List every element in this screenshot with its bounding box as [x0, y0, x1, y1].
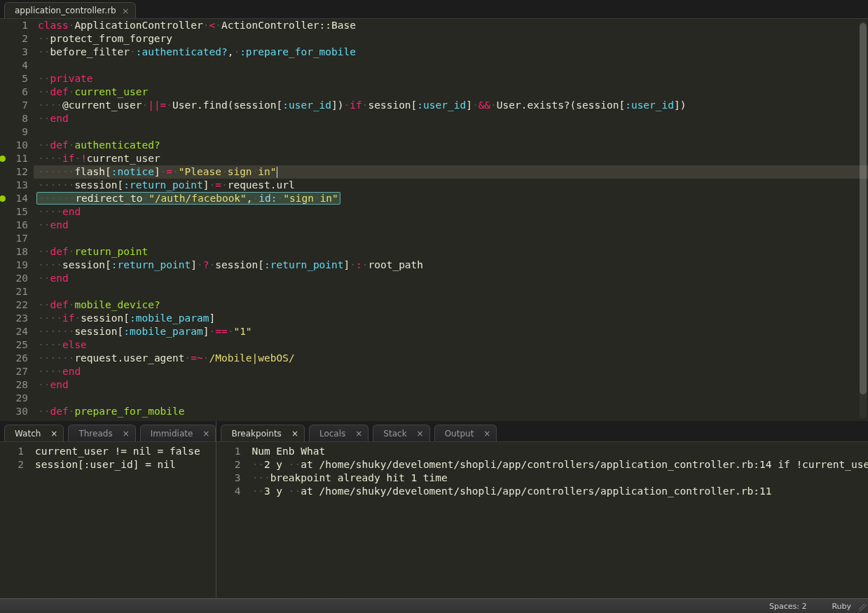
file-tab[interactable]: application_controller.rb × — [4, 2, 136, 18]
breakpoint-gutter: 1234 — [216, 442, 247, 598]
code-line[interactable]: class·ApplicationController·<·ActionCont… — [34, 19, 868, 32]
debug-tab[interactable]: Stack× — [373, 425, 429, 441]
code-body[interactable]: class·ApplicationController·<·ActionCont… — [34, 19, 868, 421]
line-gutter: 1234567891011121314151617181920212223242… — [0, 19, 34, 421]
breakpoint-line[interactable]: Num Enb What — [252, 445, 868, 458]
code-line[interactable]: ··def·prepare_for_mobile — [34, 405, 868, 418]
close-icon[interactable]: × — [122, 6, 130, 16]
breakpoint-body[interactable]: Num Enb What··2 y ··at /home/shuky/devel… — [247, 442, 868, 598]
debug-area: Watch×Threads×Immidiate× 12 current_user… — [0, 421, 868, 598]
code-line[interactable]: ····else — [34, 338, 868, 352]
debug-right-tabbar: Breakpoints×Locals×Stack×Output× — [216, 421, 868, 442]
tab-label: Watch — [15, 429, 41, 439]
code-line[interactable]: ······request.user_agent·=~·/Mobile|webO… — [34, 352, 868, 365]
code-editor[interactable]: 1234567891011121314151617181920212223242… — [0, 19, 868, 421]
code-line[interactable] — [34, 392, 868, 405]
breakpoint-line[interactable]: ···breakpoint already hit 1 time — [252, 471, 868, 485]
debug-panel-right: Breakpoints×Locals×Stack×Output× 1234 Nu… — [216, 421, 868, 598]
code-line[interactable]: ··before_filter·:authenticated?,·:prepar… — [34, 46, 868, 59]
editor-scroll-thumb[interactable] — [860, 23, 867, 394]
code-line[interactable]: ······redirect_to·"/auth/facebook",·id:·… — [34, 192, 868, 205]
code-line[interactable]: ····if·!current_user — [34, 152, 868, 165]
close-icon[interactable]: × — [355, 429, 362, 439]
debug-left-tabbar: Watch×Threads×Immidiate× — [0, 421, 216, 442]
code-line[interactable]: ··end — [34, 378, 868, 392]
debug-left-body: 12 current_user != nil = falsesession[:u… — [0, 442, 216, 598]
tab-label: Output — [445, 429, 474, 439]
breakpoint-line[interactable]: ··3 y ··at /home/shuky/develoment/shopli… — [252, 485, 868, 498]
code-line[interactable]: ··def·authenticated? — [34, 139, 868, 152]
code-line[interactable]: ··def·mobile_device? — [34, 298, 868, 312]
file-tab-label: application_controller.rb — [15, 6, 116, 15]
close-icon[interactable]: × — [417, 429, 424, 439]
close-icon[interactable]: × — [483, 429, 490, 439]
close-icon[interactable]: × — [291, 429, 298, 439]
tab-label: Immidiate — [151, 429, 193, 439]
code-line[interactable]: ····if·session[:mobile_param] — [34, 312, 868, 325]
code-line[interactable]: ····@current_user·||=·User.find(session[… — [34, 99, 868, 112]
debug-tab[interactable]: Output× — [434, 425, 497, 441]
debug-panel-left: Watch×Threads×Immidiate× 12 current_user… — [0, 421, 216, 598]
code-line[interactable] — [34, 125, 868, 139]
close-icon[interactable]: × — [50, 429, 57, 439]
tab-label: Stack — [383, 429, 406, 439]
code-line[interactable]: ··def·return_point — [34, 245, 868, 259]
watch-line[interactable]: current_user != nil = false — [35, 445, 216, 458]
code-line[interactable]: ··end — [34, 112, 868, 125]
code-line[interactable]: ····session[:return_point]·?·session[:re… — [34, 259, 868, 272]
code-line[interactable]: ····end — [34, 205, 868, 219]
tab-label: Threads — [78, 429, 112, 439]
code-line[interactable]: ··private — [34, 72, 868, 85]
status-spaces[interactable]: Spaces: 2 — [769, 602, 806, 611]
breakpoint-line[interactable]: ··2 y ··at /home/shuky/develoment/shopli… — [252, 458, 868, 471]
close-icon[interactable]: × — [123, 429, 130, 439]
code-line[interactable] — [34, 59, 868, 72]
code-line[interactable]: ··protect_from_forgery — [34, 32, 868, 46]
code-line[interactable] — [34, 232, 868, 245]
watch-gutter: 12 — [0, 442, 31, 598]
code-line[interactable]: ······session[:return_point]·=·request.u… — [34, 179, 868, 192]
debug-tab[interactable]: Immidiate× — [140, 425, 216, 441]
resize-grip-icon[interactable] — [859, 604, 867, 612]
code-line[interactable]: ··end — [34, 272, 868, 285]
debug-tab[interactable]: Locals× — [309, 425, 368, 441]
code-line[interactable]: ··def·current_user — [34, 85, 868, 99]
tab-label: Breakpoints — [231, 429, 281, 439]
watch-line[interactable]: session[:user_id] = nil — [35, 458, 216, 471]
editor-tabbar: application_controller.rb × — [0, 0, 868, 19]
code-line[interactable]: ····end — [34, 365, 868, 378]
debug-right-body: 1234 Num Enb What··2 y ··at /home/shuky/… — [216, 442, 868, 598]
close-icon[interactable]: × — [202, 429, 209, 439]
debug-tab[interactable]: Breakpoints× — [221, 425, 305, 441]
debug-tab[interactable]: Watch× — [4, 425, 64, 441]
code-line[interactable]: ··end — [34, 219, 868, 232]
code-line[interactable] — [34, 285, 868, 298]
debug-tab[interactable]: Threads× — [68, 425, 135, 441]
editor-scrollbar[interactable] — [860, 21, 867, 419]
tab-label: Locals — [319, 429, 345, 439]
status-bar: Spaces: 2 Ruby — [0, 598, 868, 613]
code-line[interactable]: ······session[:mobile_param]·==·"1" — [34, 325, 868, 338]
status-language[interactable]: Ruby — [832, 602, 851, 611]
code-line[interactable]: ······flash[:notice]·=·"Please·sign·in" — [34, 165, 868, 179]
watch-body[interactable]: current_user != nil = falsesession[:user… — [31, 442, 216, 598]
